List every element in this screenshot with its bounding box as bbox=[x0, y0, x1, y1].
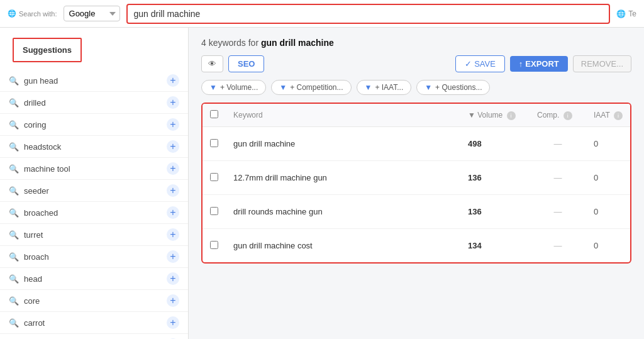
add-suggestion-button[interactable]: + bbox=[167, 250, 179, 263]
suggestion-item[interactable]: 🔍 turret + bbox=[0, 224, 188, 246]
results-header: 4 keywords for gun drill machine bbox=[201, 38, 631, 48]
search-with-label: 🌐 Search with: bbox=[8, 9, 57, 18]
iaat-col-header: IAAT i bbox=[586, 104, 630, 127]
add-suggestion-button[interactable]: + bbox=[167, 316, 179, 329]
suggestion-item[interactable]: 🔍 seeder + bbox=[0, 180, 188, 202]
keyword-input[interactable] bbox=[126, 4, 611, 24]
row-checkbox-0[interactable] bbox=[210, 139, 218, 147]
suggestion-item[interactable]: 🔍 head + bbox=[0, 268, 188, 290]
seo-button[interactable]: SEO bbox=[228, 55, 264, 72]
save-button[interactable]: ✓ SAVE bbox=[455, 55, 505, 72]
add-suggestion-button[interactable]: + bbox=[167, 228, 179, 241]
table-row: gun drill machine 498 — 0 bbox=[203, 127, 630, 161]
row-checkbox-2[interactable] bbox=[210, 207, 218, 215]
add-suggestion-button[interactable]: + bbox=[167, 294, 179, 307]
filter-icon: ▼ bbox=[209, 83, 217, 92]
suggestion-item[interactable]: 🔍 core + bbox=[0, 290, 188, 312]
search-icon: 🔍 bbox=[9, 252, 19, 262]
globe-icon: 🌐 bbox=[8, 9, 16, 18]
volume-col-header[interactable]: ▼ Volume i bbox=[460, 104, 530, 127]
search-icon: 🔍 bbox=[9, 142, 19, 152]
search-icon: 🔍 bbox=[9, 164, 19, 174]
add-suggestion-button[interactable]: + bbox=[167, 140, 179, 153]
keyword-text: drill rounds machine gun bbox=[233, 207, 323, 216]
suggestion-item[interactable]: 🔍 machine tool + bbox=[0, 158, 188, 180]
add-suggestion-button[interactable]: + bbox=[167, 272, 179, 285]
search-icon: 🔍 bbox=[9, 98, 19, 108]
volume-cell: 136 bbox=[460, 161, 530, 195]
filter-bar: ▼+ Volume...▼+ Competition...▼+ IAAT...▼… bbox=[201, 80, 631, 95]
search-engine-select[interactable]: Google Bing YouTube bbox=[64, 6, 120, 21]
volume-info-icon[interactable]: i bbox=[507, 111, 516, 120]
filter-chip-questions[interactable]: ▼+ Questions... bbox=[416, 80, 490, 95]
suggestion-text: drilled bbox=[24, 98, 46, 108]
comp-info-icon[interactable]: i bbox=[564, 111, 572, 120]
export-button[interactable]: ↑ EXPORT bbox=[510, 56, 568, 72]
chart-col-header bbox=[395, 104, 460, 127]
suggestion-left: 🔍 carrot bbox=[9, 318, 45, 328]
add-suggestion-button[interactable]: + bbox=[167, 206, 179, 219]
suggestion-text: headstock bbox=[24, 142, 61, 152]
view-button[interactable]: 👁 bbox=[201, 55, 223, 72]
suggestion-item[interactable]: 🔍 carrot + bbox=[0, 312, 188, 334]
suggestion-text: gun head bbox=[24, 76, 58, 86]
sparkline-chart bbox=[402, 201, 453, 220]
keyword-cell: gun drill machine cost bbox=[233, 241, 387, 250]
suggestion-left: 🔍 core bbox=[9, 296, 40, 306]
add-suggestion-button[interactable]: + bbox=[167, 162, 179, 175]
filter-chip-volume[interactable]: ▼+ Volume... bbox=[201, 80, 266, 95]
filter-chip-competition[interactable]: ▼+ Competition... bbox=[271, 80, 351, 95]
toolbar: 👁 SEO ✓ SAVE ↑ EXPORT REMOVE... bbox=[201, 55, 631, 72]
add-suggestion-button[interactable]: + bbox=[167, 184, 179, 197]
comp-cell: — bbox=[530, 195, 586, 229]
search-icon: 🔍 bbox=[9, 296, 19, 306]
suggestion-text: carrot bbox=[24, 318, 45, 328]
search-icon: 🔍 bbox=[9, 120, 19, 130]
suggestion-left: 🔍 turret bbox=[9, 230, 43, 240]
suggestion-item[interactable]: 🔍 broached + bbox=[0, 202, 188, 224]
top-right-section: 🌐 Te bbox=[616, 9, 636, 18]
iaat-info-icon[interactable]: i bbox=[614, 111, 623, 120]
search-icon: 🔍 bbox=[9, 318, 19, 328]
add-suggestion-button[interactable]: + bbox=[167, 74, 179, 87]
suggestion-item[interactable]: 🔍 gun head + bbox=[0, 70, 188, 92]
comp-cell: — bbox=[530, 127, 586, 161]
suggestion-text: turret bbox=[24, 230, 43, 240]
results-table-wrapper: Keyword ▼ Volume i Comp. i IAAT i bbox=[201, 103, 631, 264]
comp-cell: — bbox=[530, 161, 586, 195]
keyword-text: gun drill machine cost bbox=[233, 241, 313, 250]
suggestion-item[interactable]: 🔍 drilled + bbox=[0, 92, 188, 114]
filter-icon: ▼ bbox=[425, 83, 432, 92]
suggestion-text: machine tool bbox=[24, 164, 70, 174]
globe-icon-right: 🌐 bbox=[616, 9, 626, 18]
filter-chip-iaat[interactable]: ▼+ IAAT... bbox=[357, 80, 412, 95]
add-suggestion-button[interactable]: + bbox=[167, 118, 179, 131]
suggestion-left: 🔍 coring bbox=[9, 120, 46, 130]
sparkline-chart bbox=[402, 235, 453, 254]
upload-icon: ↑ bbox=[519, 59, 523, 69]
suggestion-left: 🔍 machine tool bbox=[9, 164, 70, 174]
sparkline-chart bbox=[402, 133, 453, 152]
results-table: Keyword ▼ Volume i Comp. i IAAT i bbox=[203, 104, 630, 262]
search-icon: 🔍 bbox=[9, 186, 19, 196]
comp-col-header: Comp. i bbox=[530, 104, 586, 127]
add-suggestion-button[interactable]: + bbox=[167, 96, 179, 109]
suggestion-text: head bbox=[24, 274, 42, 284]
suggestion-item[interactable]: 🔍 coring + bbox=[0, 114, 188, 136]
iaat-cell: 0 bbox=[586, 161, 630, 195]
suggestion-left: 🔍 drilled bbox=[9, 98, 46, 108]
select-all-checkbox[interactable] bbox=[210, 110, 218, 118]
suggestion-item[interactable]: 🔍 broach + bbox=[0, 246, 188, 268]
suggestion-item[interactable]: 🔍 headstock + bbox=[0, 136, 188, 158]
row-checkbox-1[interactable] bbox=[210, 173, 218, 181]
filter-label: + Volume... bbox=[220, 83, 258, 92]
suggestion-item[interactable]: 🔍 bit + bbox=[0, 334, 188, 339]
remove-button[interactable]: REMOVE... bbox=[573, 55, 631, 72]
filter-label: + Questions... bbox=[435, 83, 482, 92]
row-checkbox-3[interactable] bbox=[210, 241, 218, 249]
suggestion-left: 🔍 head bbox=[9, 274, 42, 284]
volume-cell: 134 bbox=[460, 229, 530, 263]
search-icon: 🔍 bbox=[9, 274, 19, 284]
filter-icon: ▼ bbox=[365, 83, 372, 92]
suggestion-text: seeder bbox=[24, 186, 49, 196]
